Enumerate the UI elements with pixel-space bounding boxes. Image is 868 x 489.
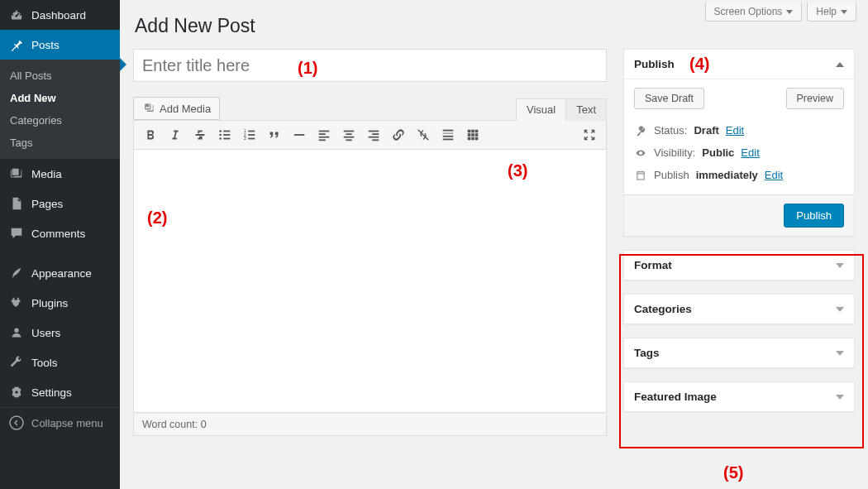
menu-label: Dashboard	[31, 9, 86, 22]
visibility-edit-link[interactable]: Edit	[741, 146, 759, 159]
toolbar-toggle-button[interactable]	[461, 124, 484, 146]
menu-label: Posts	[31, 39, 60, 51]
menu-item-plugins[interactable]: Plugins	[0, 288, 120, 318]
collapse-icon	[8, 415, 25, 431]
svg-rect-17	[319, 139, 326, 141]
svg-rect-13	[294, 134, 305, 136]
save-draft-button[interactable]: Save Draft	[634, 88, 704, 109]
svg-rect-29	[443, 139, 454, 141]
numbered-list-button[interactable]: 123	[238, 124, 261, 146]
preview-button[interactable]: Preview	[786, 88, 844, 109]
submenu-categories[interactable]: Categories	[0, 109, 120, 132]
bullet-list-button[interactable]	[213, 124, 236, 146]
menu-item-comments[interactable]: Comments	[0, 218, 120, 248]
appearance-icon	[8, 265, 25, 281]
users-icon	[8, 324, 25, 341]
menu-item-posts[interactable]: Posts	[0, 30, 120, 60]
submenu-add-new[interactable]: Add New	[0, 87, 120, 109]
strikethrough-button[interactable]	[188, 124, 212, 146]
svg-rect-28	[443, 136, 454, 137]
add-media-button[interactable]: Add Media	[133, 97, 220, 120]
plugins-icon	[8, 295, 25, 311]
publish-button[interactable]: Publish	[784, 204, 844, 228]
editor-mode-tabs: Visual Text	[516, 98, 607, 120]
post-body-column: Add Media Visual Text 123	[133, 49, 607, 436]
svg-rect-20	[344, 137, 355, 138]
collapse-menu[interactable]: Collapse menu	[0, 407, 120, 438]
categories-box-header[interactable]: Categories	[624, 295, 854, 324]
bold-button[interactable]	[139, 124, 162, 146]
status-label: Status:	[654, 124, 687, 137]
menu-item-users[interactable]: Users	[0, 318, 120, 348]
menu-item-pages[interactable]: Pages	[0, 189, 120, 218]
media-icon	[8, 165, 25, 182]
format-box-header[interactable]: Format	[624, 251, 854, 280]
menu-item-media[interactable]: Media	[0, 159, 120, 189]
schedule-edit-link[interactable]: Edit	[765, 169, 783, 181]
svg-rect-37	[471, 137, 475, 141]
media-icon	[142, 102, 155, 115]
link-button[interactable]	[387, 124, 410, 146]
svg-rect-6	[223, 138, 230, 140]
fullscreen-button[interactable]	[578, 124, 601, 146]
categories-box: Categories	[623, 294, 855, 324]
status-value: Draft	[694, 124, 718, 137]
chevron-down-icon	[841, 10, 847, 14]
svg-rect-10	[248, 134, 255, 136]
admin-sidebar: Dashboard Posts All Posts Add New Catego…	[0, 0, 120, 489]
align-right-button[interactable]	[362, 124, 385, 146]
blockquote-button[interactable]	[263, 124, 286, 146]
settings-icon	[8, 384, 25, 400]
menu-item-appearance[interactable]: Appearance	[0, 258, 120, 288]
menu-item-settings[interactable]: Settings	[0, 377, 120, 407]
pin-icon	[8, 36, 25, 53]
svg-rect-19	[346, 133, 351, 135]
unlink-button[interactable]	[412, 124, 435, 146]
screen-options-button[interactable]: Screen Options	[705, 2, 803, 22]
svg-point-1	[219, 130, 222, 132]
chevron-up-icon	[836, 62, 844, 67]
featured-image-box-header[interactable]: Featured Image	[624, 382, 854, 411]
submenu-all-posts[interactable]: All Posts	[0, 65, 120, 87]
status-edit-link[interactable]: Edit	[726, 124, 744, 137]
italic-button[interactable]	[164, 124, 187, 146]
hr-button[interactable]	[288, 124, 311, 146]
svg-rect-16	[319, 137, 330, 138]
svg-rect-21	[346, 139, 351, 141]
align-center-button[interactable]	[337, 124, 360, 146]
svg-rect-26	[443, 130, 454, 132]
posts-submenu: All Posts Add New Categories Tags	[0, 60, 120, 159]
svg-point-0	[10, 416, 23, 429]
svg-rect-27	[443, 132, 454, 134]
featured-image-box-title: Featured Image	[634, 391, 717, 403]
readmore-button[interactable]	[436, 124, 460, 146]
menu-item-dashboard[interactable]: Dashboard	[0, 0, 120, 30]
post-title-input[interactable]	[133, 49, 607, 82]
svg-point-3	[219, 134, 222, 137]
chevron-down-icon	[836, 395, 844, 400]
svg-rect-34	[471, 133, 475, 137]
comments-icon	[8, 225, 25, 242]
svg-rect-8	[248, 131, 255, 132]
tab-text[interactable]: Text	[566, 98, 607, 121]
svg-rect-33	[468, 133, 471, 137]
publish-box-header[interactable]: Publish	[624, 50, 854, 79]
tags-box: Tags	[623, 338, 855, 368]
status-row: Status: Draft Edit	[634, 119, 844, 141]
menu-item-tools[interactable]: Tools	[0, 348, 120, 377]
submenu-tags[interactable]: Tags	[0, 132, 120, 154]
tags-box-header[interactable]: Tags	[624, 338, 854, 367]
svg-rect-4	[223, 134, 230, 136]
svg-text:3: 3	[244, 136, 246, 141]
format-box: Format	[623, 250, 855, 280]
menu-label: Users	[31, 327, 60, 339]
chevron-down-icon	[786, 10, 793, 14]
menu-label: Pages	[31, 198, 63, 210]
align-left-button[interactable]	[312, 124, 336, 146]
svg-rect-38	[475, 137, 479, 141]
categories-box-title: Categories	[634, 303, 692, 315]
svg-rect-31	[471, 130, 475, 133]
help-button[interactable]: Help	[807, 2, 856, 22]
tab-visual[interactable]: Visual	[516, 98, 566, 121]
content-editor[interactable]	[133, 150, 607, 413]
